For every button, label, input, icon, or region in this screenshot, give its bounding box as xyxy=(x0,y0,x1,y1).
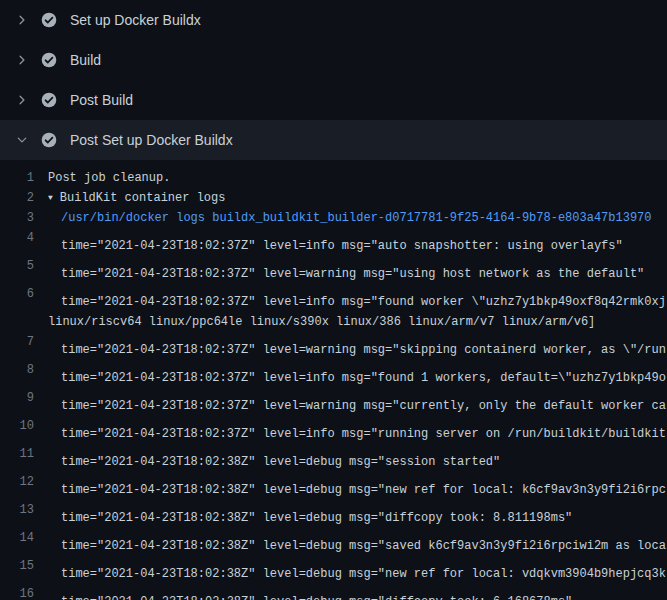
actions-log-viewer: Set up Docker Buildx Build Post Build Po… xyxy=(0,0,667,600)
log-line[interactable]: 14time="2021-04-23T18:02:38Z" level=debu… xyxy=(0,528,667,556)
log-line[interactable]: 6time="2021-04-23T18:02:37Z" level=info … xyxy=(0,284,667,312)
line-text: time="2021-04-23T18:02:37Z" level=warnin… xyxy=(48,256,644,284)
log-line[interactable]: 10time="2021-04-23T18:02:37Z" level=info… xyxy=(0,416,667,444)
section-header-build[interactable]: Build xyxy=(0,40,667,80)
line-text: time="2021-04-23T18:02:38Z" level=debug … xyxy=(48,444,500,472)
log-line[interactable]: 5time="2021-04-23T18:02:37Z" level=warni… xyxy=(0,256,667,284)
section-header-setup-docker-buildx[interactable]: Set up Docker Buildx xyxy=(0,0,667,40)
log-line[interactable]: 12time="2021-04-23T18:02:38Z" level=debu… xyxy=(0,472,667,500)
line-text: time="2021-04-23T18:02:38Z" level=debug … xyxy=(48,528,666,556)
line-number[interactable]: 2 xyxy=(0,188,48,208)
line-number[interactable]: 4 xyxy=(0,228,48,256)
log-line[interactable]: linux/riscv64 linux/ppc64le linux/s390x … xyxy=(0,312,667,332)
line-text: linux/riscv64 linux/ppc64le linux/s390x … xyxy=(48,312,595,332)
line-text: time="2021-04-23T18:02:37Z" level=info m… xyxy=(48,284,666,312)
line-number[interactable]: 10 xyxy=(0,416,48,444)
line-number[interactable]: 16 xyxy=(0,584,48,600)
chevron-right-icon xyxy=(16,54,28,66)
line-number xyxy=(0,312,48,332)
log-line[interactable]: 2▼BuildKit container logs xyxy=(0,188,667,208)
section-header-post-build[interactable]: Post Build xyxy=(0,80,667,120)
line-text: time="2021-04-23T18:02:37Z" level=info m… xyxy=(48,360,666,388)
log-line[interactable]: 16time="2021-04-23T18:02:38Z" level=debu… xyxy=(0,584,667,600)
line-text: Post job cleanup. xyxy=(48,168,170,188)
line-number[interactable]: 7 xyxy=(0,332,48,360)
section-title: Post Set up Docker Buildx xyxy=(70,132,233,148)
line-number[interactable]: 15 xyxy=(0,556,48,584)
line-number[interactable]: 6 xyxy=(0,284,48,312)
line-text: time="2021-04-23T18:02:37Z" level=warnin… xyxy=(48,388,666,416)
log-line[interactable]: 15time="2021-04-23T18:02:38Z" level=debu… xyxy=(0,556,667,584)
line-number[interactable]: 1 xyxy=(0,168,48,188)
section-header-post-setup-docker-buildx[interactable]: Post Set up Docker Buildx xyxy=(0,120,667,160)
log-line[interactable]: 1Post job cleanup. xyxy=(0,168,667,188)
line-text: time="2021-04-23T18:02:38Z" level=debug … xyxy=(48,584,572,600)
line-text: time="2021-04-23T18:02:37Z" level=info m… xyxy=(48,228,623,256)
line-number[interactable]: 9 xyxy=(0,388,48,416)
chevron-right-icon xyxy=(16,14,28,26)
line-number[interactable]: 3 xyxy=(0,208,48,228)
line-number[interactable]: 11 xyxy=(0,444,48,472)
log-line[interactable]: 4time="2021-04-23T18:02:37Z" level=info … xyxy=(0,228,667,256)
line-number[interactable]: 13 xyxy=(0,500,48,528)
log-lines: 1Post job cleanup.2▼BuildKit container l… xyxy=(0,160,667,600)
line-number[interactable]: 12 xyxy=(0,472,48,500)
check-circle-icon xyxy=(41,12,57,28)
log-line[interactable]: 13time="2021-04-23T18:02:38Z" level=debu… xyxy=(0,500,667,528)
line-text: time="2021-04-23T18:02:38Z" level=debug … xyxy=(48,500,572,528)
line-text: time="2021-04-23T18:02:37Z" level=info m… xyxy=(48,416,666,444)
line-text: time="2021-04-23T18:02:37Z" level=warnin… xyxy=(48,332,666,360)
log-line[interactable]: 11time="2021-04-23T18:02:38Z" level=debu… xyxy=(0,444,667,472)
line-number[interactable]: 5 xyxy=(0,256,48,284)
triangle-down-icon[interactable]: ▼ xyxy=(48,188,53,208)
section-title: Set up Docker Buildx xyxy=(70,12,201,28)
check-circle-icon xyxy=(41,132,57,148)
line-number[interactable]: 14 xyxy=(0,528,48,556)
check-circle-icon xyxy=(41,92,57,108)
line-text: time="2021-04-23T18:02:38Z" level=debug … xyxy=(48,472,666,500)
log-line[interactable]: 7time="2021-04-23T18:02:37Z" level=warni… xyxy=(0,332,667,360)
line-text: BuildKit container logs xyxy=(60,188,226,208)
command-line-text: /usr/bin/docker logs buildx_buildkit_bui… xyxy=(48,208,652,228)
line-number[interactable]: 8 xyxy=(0,360,48,388)
chevron-down-icon xyxy=(16,134,28,146)
log-line[interactable]: 8time="2021-04-23T18:02:37Z" level=info … xyxy=(0,360,667,388)
check-circle-icon xyxy=(41,52,57,68)
log-line[interactable]: 3/usr/bin/docker logs buildx_buildkit_bu… xyxy=(0,208,667,228)
line-text: time="2021-04-23T18:02:38Z" level=debug … xyxy=(48,556,666,584)
log-line[interactable]: 9time="2021-04-23T18:02:37Z" level=warni… xyxy=(0,388,667,416)
section-title: Build xyxy=(70,52,101,68)
section-title: Post Build xyxy=(70,92,133,108)
chevron-right-icon xyxy=(16,94,28,106)
